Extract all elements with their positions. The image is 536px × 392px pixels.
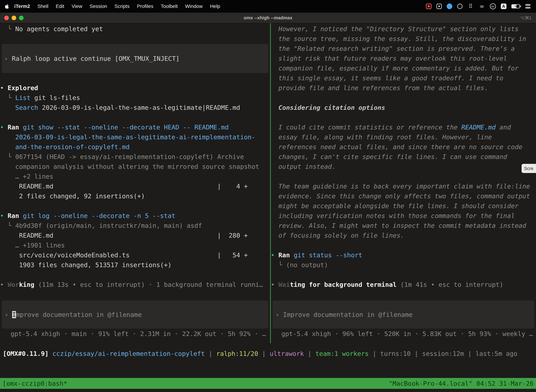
terminal-pane-left: └ No agents completed yet › Ralph loop a… bbox=[0, 23, 270, 289]
working-status: • Working (11m 13s • esc to interrupt) ·… bbox=[0, 280, 270, 289]
battery-gauge-icon[interactable]: 61 bbox=[490, 3, 496, 9]
window-manager-icon[interactable] bbox=[436, 4, 442, 9]
dots-grid-icon[interactable]: ⠿ bbox=[467, 3, 474, 9]
model-status-right: gpt-5.4 xhigh · 96% left · 520K in · 5.8… bbox=[281, 329, 533, 339]
ran-git-show: • Ran git show --stat --oneline --decora… bbox=[0, 122, 270, 132]
window-shortcut-badge: ⌥⌘1 bbox=[520, 15, 531, 20]
control-center-icon[interactable] bbox=[525, 3, 531, 9]
terminal-line: └ 4b9d30f (origin/main, instructkr/main,… bbox=[0, 221, 270, 231]
terminal-line: └ 067f154 (HEAD -> essay/ai-reimplementa… bbox=[0, 152, 270, 162]
terminal-line: … +1901 lines bbox=[0, 240, 270, 250]
terminal-line: and-the-erosion-of-copyleft.md bbox=[0, 142, 270, 152]
terminal-line: of focusing solely on file lines. bbox=[271, 231, 536, 240]
explored-list: └ List git ls-files bbox=[0, 93, 270, 103]
macos-menubar: iTerm2ShellEditViewSessionScriptsProfile… bbox=[0, 0, 536, 13]
terminal-line: output instead. bbox=[271, 162, 536, 172]
diffstat-line: README.md | 280 + bbox=[0, 231, 270, 240]
terminal-line: I could cite commit statistics or refere… bbox=[271, 122, 536, 132]
menu-iterm2[interactable]: iTerm2 bbox=[10, 4, 34, 9]
terminal-output-left-top: └ No agents completed yet bbox=[0, 24, 270, 44]
terminal-pane-right: However, I noticed the "Directory Struct… bbox=[271, 23, 536, 289]
terminal-output-right: However, I noticed the "Directory Struct… bbox=[271, 24, 536, 289]
terminal-line bbox=[271, 270, 536, 280]
tmux-host-clock: "MacBook-Pro-44.local" 04:52 31-Mar-26 bbox=[389, 380, 534, 387]
model-status-left: gpt-5.4 xhigh · main · 91% left · 2.31M … bbox=[10, 329, 266, 339]
terminal-line: slight risk that future readers may over… bbox=[271, 54, 536, 63]
screen-recording-icon[interactable] bbox=[426, 4, 431, 9]
waiting-status: • Waiting for background terminal (1m 41… bbox=[271, 280, 536, 289]
terminal-line: The team guideline is to back every impo… bbox=[271, 182, 536, 191]
ran-git-status: • Ran git status --short bbox=[271, 250, 536, 260]
terminal-line: … +2 lines bbox=[0, 172, 270, 182]
terminal-line: 2026-03-09-is-legal-the-same-as-legitima… bbox=[0, 132, 270, 142]
window-title: omx --xhigh --madmax bbox=[244, 15, 292, 21]
terminal-line: However, I noticed the "Directory Struct… bbox=[271, 24, 536, 34]
apple-logo[interactable] bbox=[5, 4, 9, 9]
terminal-line: 1903 files changed, 513517 insertions(+) bbox=[0, 260, 270, 270]
terminal-line: 2 files changed, 92 insertions(+) bbox=[0, 191, 270, 201]
terminal-line bbox=[271, 172, 536, 182]
terminal-line: changes, I can't cite specific file line… bbox=[271, 152, 536, 162]
zoom-button[interactable] bbox=[19, 16, 24, 20]
terminal-line bbox=[0, 73, 270, 83]
loopback-icon[interactable]: ∞ bbox=[479, 3, 485, 9]
menu-window[interactable]: Window bbox=[182, 4, 206, 9]
terminal-line: evidence. Since this change only affects… bbox=[271, 191, 536, 201]
terminal-window: └ No agents completed yet › Ralph loop a… bbox=[0, 23, 536, 392]
input-source-icon[interactable]: A bbox=[501, 4, 507, 9]
terminal-line bbox=[271, 93, 536, 103]
tmux-session-window: [omx-cczip0:bash* bbox=[2, 380, 67, 387]
terminal-line: including verification notes with those … bbox=[271, 211, 536, 221]
terminal-line: the "Related research writing" section i… bbox=[271, 44, 536, 54]
terminal-line: └ (no output) bbox=[271, 260, 536, 270]
terminal-line bbox=[271, 240, 536, 250]
explored-header: • Explored bbox=[0, 83, 270, 93]
terminal-line: essay file, along with finding root file… bbox=[271, 132, 536, 142]
menu-shell[interactable]: Shell bbox=[34, 4, 52, 9]
terminal-line: the source tree, missing the essay. Stil… bbox=[271, 34, 536, 44]
terminal-line bbox=[271, 112, 536, 122]
blue-app-icon[interactable] bbox=[447, 4, 452, 9]
close-button[interactable] bbox=[4, 16, 9, 20]
menu-profiles[interactable]: Profiles bbox=[133, 4, 157, 9]
diffstat-line: README.md | 4 + bbox=[0, 182, 270, 191]
minimize-button[interactable] bbox=[12, 16, 16, 20]
menu-view[interactable]: View bbox=[68, 4, 86, 9]
screen-share-tab[interactable]: Scre bbox=[522, 164, 536, 173]
terminal-line: provide file and line references from th… bbox=[271, 83, 536, 93]
reasoning-heading: Considering citation options bbox=[271, 103, 536, 112]
terminal-line: this single essay, it seems like a good … bbox=[271, 73, 536, 83]
terminal-line bbox=[0, 201, 270, 211]
omx-session-statusbar: [OMX#0.11.9] cczip/essay/ai-reimplementa… bbox=[3, 349, 517, 359]
agents-status-line: └ No agents completed yet bbox=[0, 24, 270, 34]
diffstat-line: src/voice/voiceModeEnabled.ts | 54 + bbox=[0, 250, 270, 260]
explored-search: Search 2026-03-09-is-legal-the-same-as-l… bbox=[0, 103, 270, 112]
record-circle-icon[interactable] bbox=[457, 4, 463, 9]
menu-edit[interactable]: Edit bbox=[52, 4, 68, 9]
terminal-line bbox=[0, 112, 270, 122]
tmux-statusbar: [omx-cczip0:bash* "MacBook-Pro-44.local"… bbox=[0, 378, 536, 389]
prompt-input-left[interactable]: › Improve documentation in @filename bbox=[2, 300, 268, 329]
menu-scripts[interactable]: Scripts bbox=[111, 4, 133, 9]
battery-charging-icon[interactable]: ϟ bbox=[511, 4, 520, 9]
prompt-input-right[interactable]: › Improve documentation in @filename bbox=[273, 300, 534, 329]
traffic-lights bbox=[4, 13, 24, 23]
terminal-line bbox=[0, 270, 270, 280]
menu-session[interactable]: Session bbox=[86, 4, 111, 9]
terminal-line: companion analysis without altering the … bbox=[0, 162, 270, 172]
terminal-line: review. Also, I might want to inspect th… bbox=[271, 221, 536, 231]
terminal-line: companion file, especially if more comme… bbox=[271, 63, 536, 73]
terminal-output-left: • Explored └ List git ls-files Search 20… bbox=[0, 73, 270, 289]
menubar-status-icons: ⠿∞61Aϟ bbox=[426, 3, 531, 9]
terminal-line: references need actual files, and since … bbox=[271, 142, 536, 152]
terminal-line: might be acceptable alongside the file l… bbox=[271, 201, 536, 211]
window-titlebar[interactable]: omx --xhigh --madmax ⌥⌘1 bbox=[0, 13, 536, 23]
ran-git-log: • Ran git log --oneline --decorate -n 5 … bbox=[0, 211, 270, 221]
menu-help[interactable]: Help bbox=[206, 4, 224, 9]
ralph-loop-banner: › Ralph loop active continue [OMX_TMUX_I… bbox=[2, 44, 268, 73]
terminal-line bbox=[0, 34, 270, 44]
menu-toolbelt[interactable]: Toolbelt bbox=[157, 4, 182, 9]
menubar-menus: iTerm2ShellEditViewSessionScriptsProfile… bbox=[10, 4, 224, 9]
